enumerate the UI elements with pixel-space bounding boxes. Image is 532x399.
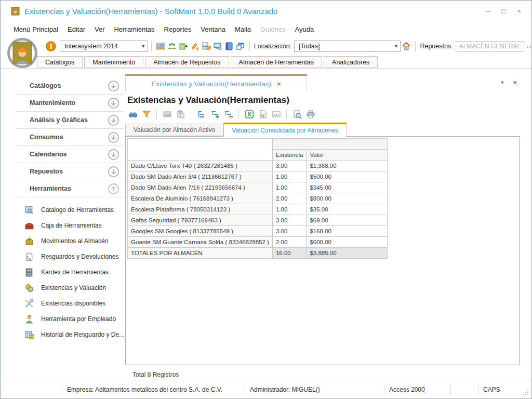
settings-button[interactable] [212, 41, 223, 52]
sidebar-item-catalogo-de-herramientas[interactable]: Catalogo de Herramientas [1, 202, 125, 218]
toolbar-separator [191, 110, 191, 119]
search-button[interactable] [127, 109, 138, 119]
print-button[interactable] [305, 109, 316, 119]
sidebar-item-existencias-disponibles[interactable]: Existencias disponibles [1, 296, 125, 311]
power-alert-icon[interactable] [45, 41, 57, 52]
resize-grip-icon [522, 389, 529, 396]
menu-herramientas[interactable]: Herramientas [109, 25, 159, 33]
print-preview-button[interactable] [291, 109, 302, 119]
cell-tool-name: Escalera De Aluminio ( 76168941273 ) [128, 193, 273, 204]
cell-totals-label: TOTALES POR ALMACÉN [128, 248, 273, 259]
tab-list-dropdown-icon[interactable]: ▼ [500, 78, 504, 86]
table-row[interactable]: Guante SM Guante Carnasa Solda ( 8334682… [128, 237, 388, 248]
tree-view-button[interactable] [196, 109, 207, 119]
calculator-button[interactable] [201, 41, 212, 52]
book-button[interactable] [223, 41, 235, 52]
table-row[interactable]: Escalera Plataforma ( 78050314123 ) 1.00… [128, 204, 388, 215]
tab-mantenimiento[interactable]: Mantenimiento [84, 56, 143, 68]
menu-reportes[interactable]: Reportes [159, 25, 196, 33]
sidebar-item-caja-de-herramientas[interactable]: Caja de Herramientas [1, 218, 125, 233]
menu-ventana[interactable]: Ventana [196, 25, 230, 33]
export-excel-button[interactable]: X [244, 109, 255, 119]
menu-editar[interactable]: Editar [63, 25, 90, 33]
sidebar-section-repuestos[interactable]: Repuestos [16, 163, 124, 180]
localizacion-combobox[interactable]: [Todas] ▼ [294, 41, 401, 52]
window-title: Existencias y Valuación(Herramientas) - … [24, 7, 486, 16]
table-row[interactable]: Dado C/Llave Torx T40 ( 26327281486 ) 3.… [128, 161, 388, 171]
sidebar-item-existencias-y-valuacion[interactable]: $ Existencias y Valuación [1, 280, 125, 296]
sidebar-item-movimientos-al-almacen[interactable]: Movimientos al Almacén [1, 233, 125, 249]
sidebar-section-analisis-y-graficas[interactable]: Análisis y Gráficas [16, 112, 124, 129]
tab-valuacion-consolidada-por-almacenes[interactable]: Valuación Consolidada por Almacenes [223, 123, 347, 137]
table-row[interactable]: Dado SM Dado Allen 3/4 ( 21136612767 ) 1… [128, 171, 388, 182]
tab-almacen-de-repuestos[interactable]: Almacén de Repuestos [145, 56, 229, 68]
sidebar-item-kardex-de-herramientas[interactable]: Kardex de Herramientas [1, 264, 125, 280]
export-document-button[interactable] [257, 109, 268, 119]
sidebar-item-herramienta-por-empleado[interactable]: Herramienta por Empleado [1, 311, 125, 327]
resize-grip[interactable] [507, 380, 531, 398]
sidebar-section-herramientas[interactable]: Herramientas [16, 180, 124, 197]
crossed-tools-icon [24, 299, 34, 309]
users-icon [167, 42, 177, 51]
menu-malla[interactable]: Malla [230, 25, 256, 33]
menu-bar: Menú Principal Editar Ver Herramientas R… [1, 21, 531, 37]
filter-button[interactable] [141, 109, 152, 119]
picture-button[interactable] [155, 41, 166, 52]
sidebar-section-mantenimiento[interactable]: Mantenimiento [16, 95, 124, 112]
status-spacer [1, 384, 62, 394]
table-row[interactable]: Googles SM Googles ( 81337785549 ) 3.00 … [128, 226, 388, 237]
minimize-button[interactable]: – [486, 7, 490, 15]
collapse-down-icon [108, 80, 119, 92]
home-button[interactable] [401, 41, 412, 52]
document-tab-close-icon[interactable]: × [277, 80, 281, 88]
menu-ayuda[interactable]: Ayuda [290, 25, 318, 33]
users-button[interactable] [166, 41, 178, 52]
maximize-button[interactable]: □ [502, 7, 506, 15]
cell-tool-name: Dado SM Dado Allen 7/16 ( 22193656674 ) [128, 182, 273, 193]
edit-button[interactable] [189, 41, 201, 52]
filter-icon [142, 110, 151, 119]
sidebar-section-calendarios[interactable]: Calendarios [16, 146, 124, 163]
sidebar-section-catalogos[interactable]: Catálogos [16, 77, 124, 95]
column-header-existencia[interactable]: Existencia [272, 150, 306, 161]
cell-existencia: 3.00 [272, 226, 306, 237]
valuation-table: Existencia Valor Dado C/Llave Torx T40 (… [127, 138, 388, 259]
toolbar-overflow-chevron[interactable]: ›› [527, 43, 531, 49]
tab-catalogos[interactable]: Catálogos [37, 56, 83, 68]
column-header-valor[interactable]: Valor [307, 150, 388, 161]
table-row[interactable]: Escalera De Aluminio ( 76168941273 ) 2.0… [128, 193, 388, 204]
tab-valuacion-por-almacen-activo[interactable]: Valuación por Almacén Activo [125, 124, 223, 136]
system-combobox[interactable]: Interasystem 2014 ▼ [60, 41, 148, 52]
menu-menu-principal[interactable]: Menú Principal [9, 25, 63, 33]
page-title: Existencias y Valuación(Herramientas) [125, 91, 531, 107]
toolbar-separator [238, 110, 239, 119]
collapse-all-button[interactable] [223, 109, 234, 119]
tab-analizadores[interactable]: Analizadores [324, 56, 378, 68]
cascade-button[interactable] [235, 41, 246, 52]
sidebar-section-consumos[interactable]: Consumos [16, 129, 124, 146]
close-button[interactable]: × [517, 7, 521, 15]
cell-tool-name: Googles SM Googles ( 81337785549 ) [128, 226, 273, 237]
clipboard-icon [176, 110, 185, 119]
sidebar-item-historial-de-resguardo[interactable]: Σ Historial de Resguardo y De... [1, 327, 125, 342]
user-avatar[interactable] [7, 38, 37, 68]
calculator-coins-icon [202, 42, 211, 51]
content-toolbar: X TXT [125, 107, 531, 123]
cell-valor: $168.00 [307, 226, 388, 237]
document-tab[interactable]: Existencias y Valuación(Herramientas) × [125, 74, 307, 91]
status-empresa: Empresa: Aditamentos metalicos del centr… [62, 384, 245, 394]
export-box-button[interactable] [178, 41, 189, 52]
export-txt-button[interactable]: TXT [271, 109, 282, 119]
table-row[interactable]: Dado SM Dado Allen 7/16 ( 22193656674 ) … [128, 182, 388, 193]
cell-existencia: 1.00 [272, 171, 306, 182]
table-row[interactable]: Gafas Seguridad ( 79377169463 ) 3.00 $69… [128, 215, 388, 226]
tab-strip-close-icon[interactable]: × [513, 78, 517, 86]
expand-tree-icon [210, 110, 220, 119]
menu-ver[interactable]: Ver [90, 25, 110, 33]
sidebar-item-label: Existencias disponibles [41, 300, 105, 307]
cell-tool-name: Dado SM Dado Allen 3/4 ( 21136612767 ) [128, 171, 273, 182]
sidebar-item-resguardos-y-devoluciones[interactable]: Resguardos y Devoluciones [1, 249, 125, 264]
cell-existencia: 1.00 [272, 182, 306, 193]
tab-almacen-de-herramientas[interactable]: Almacén de Herramientas [231, 56, 323, 68]
expand-all-button[interactable] [209, 109, 220, 119]
